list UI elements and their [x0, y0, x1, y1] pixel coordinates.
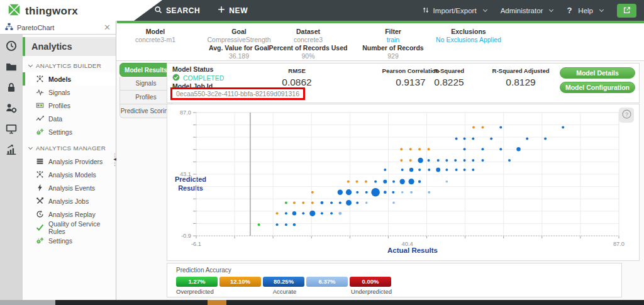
tab-signals[interactable]: Signals: [119, 77, 172, 91]
chevron-down-icon: [28, 145, 33, 150]
model-details-button[interactable]: Model Details: [560, 67, 635, 79]
svg-text:87.0: 87.0: [613, 241, 625, 247]
metric-rmse: RMSE0.0862: [282, 67, 311, 88]
tab-predictive-scoring[interactable]: Predictive Scoring: [119, 104, 172, 118]
sidebar-item-analysis-events[interactable]: Analysis Events: [23, 181, 116, 194]
monitor-icon[interactable]: [6, 123, 17, 135]
users-gear-icon[interactable]: [6, 103, 17, 114]
replay-clock-icon: [36, 210, 44, 218]
main-content: Modelconcrete3-m1GoalCompressiveStrength…: [116, 23, 644, 300]
sidebar-item-analysis-jobs[interactable]: Analysis Jobs: [23, 194, 116, 208]
sidebar-item-models[interactable]: Models: [23, 72, 116, 86]
import-export-menu[interactable]: Import/Export: [422, 6, 487, 15]
gridlines: [193, 113, 619, 238]
clock-icon[interactable]: [6, 40, 17, 52]
sidebar-section-1[interactable]: ANALYTICS MANAGER: [23, 138, 116, 155]
question-icon: ?: [567, 6, 572, 15]
gears-green-icon: [36, 236, 44, 245]
model-status-card: Model Status COMPLETED Model Job Id 0eca…: [167, 63, 640, 103]
legend-bucket-1: 12.10%: [219, 277, 261, 287]
top-navbar: thingworx SEARCH NEW Import/Export Admin…: [0, 0, 644, 21]
svg-text:40.4: 40.4: [402, 241, 413, 247]
sidebar-item-analysis-providers[interactable]: Analysis Providers: [23, 155, 116, 168]
top-navbar-dark: SEARCH NEW Import/Export Administrator ?…: [116, 0, 644, 21]
gears-green-icon: [36, 128, 44, 136]
lock-icon[interactable]: [6, 82, 17, 93]
sidebar-item-data[interactable]: Data: [23, 112, 116, 125]
svg-text:43.1: 43.1: [180, 171, 191, 177]
analytics-sidebar: Analytics ANALYTICS BUILDERModelsSignals…: [23, 35, 116, 300]
svg-text:87.0: 87.0: [180, 109, 191, 116]
left-icon-rail: [0, 35, 23, 300]
search-button[interactable]: SEARCH: [154, 6, 200, 16]
sidebar-item-analysis-replay[interactable]: Analysis Replay: [23, 208, 116, 221]
plus-icon: [218, 6, 225, 15]
info-column-goal: GoalCompressiveStrengthAvg. Value for Go…: [208, 28, 271, 60]
prediction-accuracy-legend: Prediction Accuracy 1.27%12.10%80.25%6.3…: [167, 263, 622, 297]
thingworx-logo[interactable]: thingworx: [8, 3, 78, 19]
legend-label-0: Overpredicted: [176, 288, 219, 295]
signals-wave-icon: [36, 88, 44, 96]
tick-labels: 87.043.1-0.9-6.140.487.0: [180, 109, 625, 247]
svg-text:-0.9: -0.9: [181, 233, 191, 239]
legend-bucket-3: 6.37%: [306, 277, 348, 287]
tab-profiles[interactable]: Profiles: [119, 91, 172, 104]
legend-bucket-2: 80.25%: [263, 277, 304, 287]
profiles-grid-icon: [36, 101, 44, 109]
window-bottom-edge: [0, 300, 644, 305]
sidebar-section-0[interactable]: ANALYTICS BUILDER: [23, 56, 116, 72]
sidebar-item-profiles[interactable]: Profiles: [23, 99, 116, 112]
legend-title: Prediction Accuracy: [176, 267, 621, 274]
series-overpredicted-12: [276, 126, 484, 215]
sitemap-icon: [5, 23, 13, 32]
legend-bucket-4: 0.00%: [350, 277, 391, 287]
series-overpredicted-1: [258, 201, 287, 226]
legend-label-3: [306, 288, 350, 295]
sidebar-item-settings[interactable]: Settings: [23, 125, 116, 138]
tab-model-results[interactable]: Model Results: [119, 63, 172, 77]
sidebar-item-settings[interactable]: Settings: [23, 234, 116, 247]
chevron-down-icon: [599, 8, 604, 12]
legend-label-2: Accurate: [263, 288, 306, 295]
svg-text:-6.1: -6.1: [191, 241, 201, 247]
results-chart-card: ? Predicted Results 87.043.1-0.9-6.140.4…: [167, 104, 640, 261]
chevron-down-icon: [549, 8, 553, 12]
sidebar-item-analysis-models[interactable]: Analysis Models: [23, 168, 116, 181]
series-underpredicted-6: [338, 180, 448, 215]
bar-chart-icon[interactable]: [6, 144, 17, 155]
model-configuration-button[interactable]: Model Configuration: [560, 82, 635, 93]
new-button[interactable]: NEW: [218, 6, 248, 15]
sidebar-item-quality-of-service-rules[interactable]: Quality of Service Rules: [23, 221, 116, 234]
legend-label-4: Underpredicted: [350, 288, 393, 295]
info-column-filter: FiltertrainNumber of Records929: [362, 28, 423, 60]
lightning-icon: [36, 184, 44, 192]
check-green-icon: [36, 223, 44, 231]
search-icon: [154, 6, 162, 16]
data-points-icon: [36, 114, 44, 123]
tools-icon: [36, 197, 44, 205]
import-export-icon: [422, 6, 430, 15]
mashup-tab-title: ParetoChart: [17, 24, 54, 31]
help-menu[interactable]: ? Help: [567, 6, 603, 15]
chevron-down-icon: [483, 8, 487, 12]
brand-name: thingworx: [25, 5, 78, 18]
close-icon[interactable]: ✕: [104, 23, 111, 32]
metric-r-squared-adjusted: R-Squared Adjusted0.8129: [492, 67, 550, 88]
info-column-dataset: Datasetconcrete3Percent of Records Used9…: [269, 28, 348, 60]
metric-pearson-correlation: Pearson Correlation0.9137: [382, 67, 440, 88]
info-column-exclusions: ExclusionsNo Exclusions Applied: [436, 28, 501, 44]
sidebar-item-signals[interactable]: Signals: [23, 86, 116, 99]
model-status-label: Model Status: [172, 65, 224, 74]
sidebar-collapse-handle[interactable]: ⋮◀⋮: [112, 153, 118, 166]
brand-accent-strip: [117, 21, 644, 23]
stacked-list-icon: [36, 157, 44, 165]
model-network-icon: [36, 75, 44, 83]
legend-label-1: [219, 288, 263, 295]
mashup-tabstrip[interactable]: ParetoChart ✕: [0, 21, 116, 35]
user-menu[interactable]: Administrator: [501, 7, 553, 14]
open-composer-button[interactable]: [617, 4, 636, 18]
model-job-id: 0ecaa550-3c2e-4110-bbfa-82169d091316: [170, 87, 305, 100]
x-axis-label: Actual Results: [167, 247, 639, 254]
folder-icon[interactable]: [6, 61, 17, 72]
model-info-header: Modelconcrete3-m1GoalCompressiveStrength…: [116, 23, 644, 61]
